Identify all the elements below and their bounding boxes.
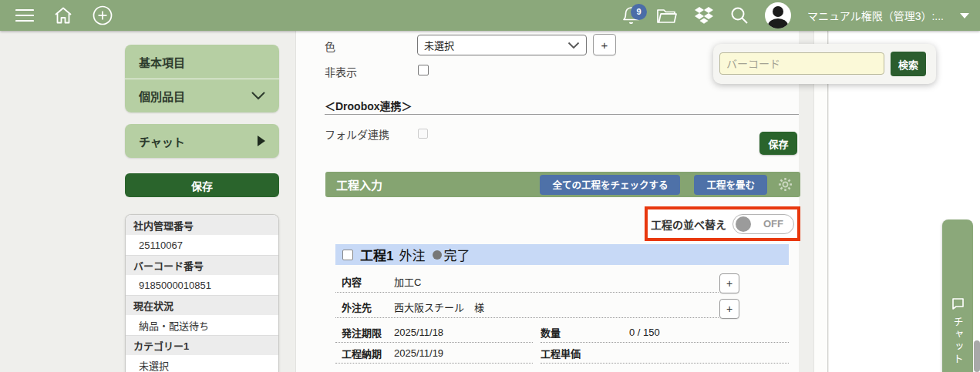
status-dot-icon	[433, 250, 442, 260]
process1-number: 工程1	[360, 245, 393, 264]
page-scrollbar-thumb[interactable]	[974, 340, 980, 372]
field-label: 発注期限	[335, 325, 394, 340]
folder-link-label: フォルダ連携	[325, 126, 389, 142]
sidebar-nav: 基本項目 個別品目	[125, 45, 279, 112]
hidden-label: 非表示	[325, 64, 357, 79]
folder-icon[interactable]	[656, 7, 678, 24]
process1-type: 外注	[399, 245, 425, 264]
info-value: 9185000010851	[126, 275, 278, 295]
info-label: バーコード番号	[126, 255, 278, 275]
search-icon[interactable]	[730, 6, 749, 25]
notification-bell-icon[interactable]: 9	[622, 6, 640, 25]
chevron-down-icon	[251, 89, 265, 102]
field-value[interactable]: 西大阪スチール 様	[394, 300, 484, 314]
sidebar-item-individual[interactable]: 個別品目	[125, 79, 279, 112]
hidden-checkbox[interactable]	[418, 65, 429, 75]
process-input-title: 工程入力	[333, 176, 382, 193]
add-circle-icon[interactable]	[93, 5, 113, 25]
barcode-search-card: 検索	[713, 44, 936, 84]
user-menu-label[interactable]: マニュアル権限（管理3）:...	[807, 8, 944, 23]
field-value[interactable]: 加工C	[394, 274, 421, 289]
check-all-processes-button[interactable]: 全ての工程をチェックする	[540, 175, 680, 195]
field-label: 外注先	[335, 300, 394, 314]
color-add-button[interactable]: +	[593, 34, 616, 55]
chat-tab[interactable]: チャット	[942, 220, 973, 372]
field-value[interactable]: 2025/11/18	[394, 327, 443, 338]
info-label: カテゴリー1	[126, 335, 278, 355]
info-label: 社内管理番号	[126, 215, 278, 235]
field-add-button[interactable]: +	[719, 299, 739, 319]
info-value: 25110067	[126, 235, 278, 255]
toggle-state: OFF	[763, 218, 783, 230]
menu-icon[interactable]	[15, 8, 34, 22]
info-label: 現在状況	[126, 295, 278, 315]
sidebar-item-basic[interactable]: 基本項目	[125, 45, 279, 79]
color-label: 色	[325, 39, 335, 54]
field-label: 数量	[541, 325, 629, 340]
avatar[interactable]	[765, 2, 791, 28]
chat-bubble-icon	[951, 297, 965, 310]
annotation-highlight: 工程の並べ替え OFF	[645, 206, 800, 241]
droobox-section-title: ＜Droobox連携＞	[325, 98, 413, 113]
main-save-button[interactable]: 保存	[759, 132, 797, 155]
process1-fields: 内容 加工C + 外注先 西大阪スチール 様 + 発注期限 2025/11/18…	[335, 271, 789, 364]
topbar: 9 マニュアル権限（管理3）:...	[0, 0, 980, 31]
info-value: 納品・配送待ち	[126, 315, 278, 335]
process1-status: 完了	[443, 245, 470, 264]
process1-header[interactable]: 工程1 外注 完了	[335, 244, 789, 265]
section-divider	[325, 114, 799, 115]
barcode-search-button[interactable]: 検索	[891, 52, 926, 76]
home-icon[interactable]	[54, 7, 72, 24]
dropbox-icon[interactable]	[694, 6, 714, 25]
field-label: 内容	[335, 274, 394, 289]
field-row: 内容 加工C +	[335, 271, 789, 297]
sort-toggle-label: 工程の並べ替え	[651, 216, 726, 232]
barcode-input[interactable]	[719, 52, 884, 75]
sidebar-chat-button[interactable]: チャット	[125, 124, 279, 158]
color-select[interactable]: 未選択	[417, 35, 587, 55]
toggle-knob	[736, 216, 751, 232]
process1-checkbox[interactable]	[342, 250, 353, 260]
field-value[interactable]: 0 / 150	[629, 327, 660, 338]
field-label: 工程単価	[541, 346, 629, 360]
caret-down-icon[interactable]	[960, 13, 969, 18]
field-value[interactable]: 2025/11/19	[394, 347, 443, 359]
collapse-processes-button[interactable]: 工程を畳む	[694, 175, 767, 195]
field-add-button[interactable]: +	[719, 273, 739, 293]
chevron-down-icon	[567, 42, 580, 49]
field-row: 外注先 西大阪スチール 様 +	[335, 297, 789, 322]
field-label: 工程納期	[335, 346, 394, 360]
process-input-header: 工程入力 全ての工程をチェックする 工程を畳む	[325, 172, 800, 197]
item-info-card: 社内管理番号 25110067 バーコード番号 9185000010851 現在…	[125, 214, 279, 372]
info-value: 未選択	[126, 355, 278, 372]
gear-icon[interactable]	[778, 177, 793, 192]
notification-badge: 9	[631, 4, 647, 20]
sidebar-save-button[interactable]: 保存	[125, 173, 279, 197]
folder-link-checkbox[interactable]	[418, 129, 428, 139]
triangle-right-icon	[258, 136, 265, 146]
app-page: 9 マニュアル権限（管理3）:... 基本項目 個別品目	[0, 0, 980, 372]
process-sort-toggle[interactable]: OFF	[732, 214, 794, 234]
chat-tab-label: チャット	[951, 317, 965, 366]
field-row: 発注期限 2025/11/18 数量 0 / 150	[335, 322, 789, 343]
field-row: 工程納期 2025/11/19 工程単価	[335, 343, 789, 364]
